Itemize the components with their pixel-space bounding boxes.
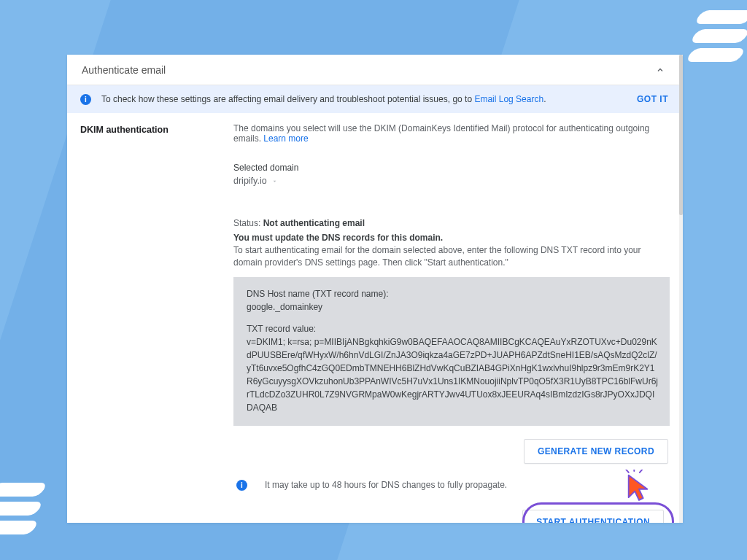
- dns-instructions: To start authenticating email for the do…: [233, 244, 657, 270]
- brand-swish-icon: [694, 10, 747, 76]
- got-it-button[interactable]: GOT IT: [637, 94, 668, 104]
- banner-text: To check how these settings are affectin…: [101, 94, 474, 104]
- status-value: Not authenticating email: [263, 218, 365, 228]
- generate-new-record-button[interactable]: GENERATE NEW RECORD: [524, 439, 668, 464]
- info-icon: i: [80, 94, 91, 105]
- domain-value: dripify.io: [233, 176, 267, 186]
- panel-header[interactable]: Authenticate email: [67, 55, 683, 85]
- selected-domain-label: Selected domain: [233, 163, 670, 173]
- learn-more-link[interactable]: Learn more: [263, 133, 308, 144]
- scrollbar[interactable]: [679, 55, 683, 523]
- settings-panel: Authenticate email i To check how these …: [67, 55, 683, 523]
- banner-text-end: .: [543, 94, 546, 104]
- panel-title: Authenticate email: [82, 64, 166, 76]
- status-label: Status:: [233, 218, 263, 228]
- dns-txt-value: v=DKIM1; k=rsa; p=MIIBIjANBgkqhkiG9w0BAQ…: [247, 335, 658, 414]
- domain-select[interactable]: dripify.io: [233, 176, 278, 186]
- dns-record-box: DNS Host name (TXT record name): google.…: [233, 277, 670, 426]
- info-icon: i: [236, 480, 247, 491]
- email-log-search-link[interactable]: Email Log Search: [474, 94, 543, 104]
- dns-warning: You must update the DNS records for this…: [233, 233, 670, 243]
- dns-host-label: DNS Host name (TXT record name):: [247, 287, 658, 300]
- brand-swish-icon: [0, 483, 44, 548]
- chevron-up-icon: [654, 63, 667, 77]
- propagation-hint: It may take up to 48 hours for DNS chang…: [265, 480, 507, 490]
- section-label: DKIM authentication: [80, 123, 233, 523]
- start-authentication-button[interactable]: START AUTHENTICATION: [522, 510, 664, 523]
- caret-down-icon: [271, 178, 278, 184]
- dns-host-value: google._domainkey: [247, 300, 658, 314]
- info-banner: i To check how these settings are affect…: [67, 85, 683, 113]
- dns-txt-label: TXT record value:: [247, 322, 658, 335]
